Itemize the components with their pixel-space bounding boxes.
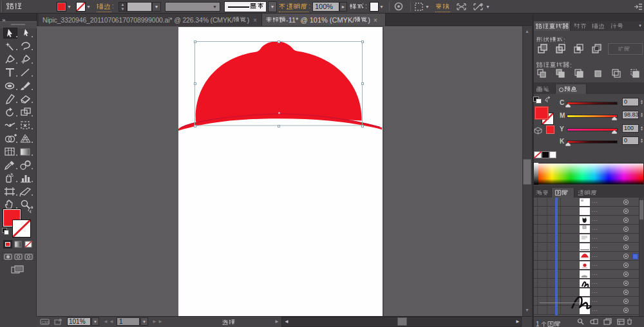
svg-text:CSS: CSS [42,321,50,324]
